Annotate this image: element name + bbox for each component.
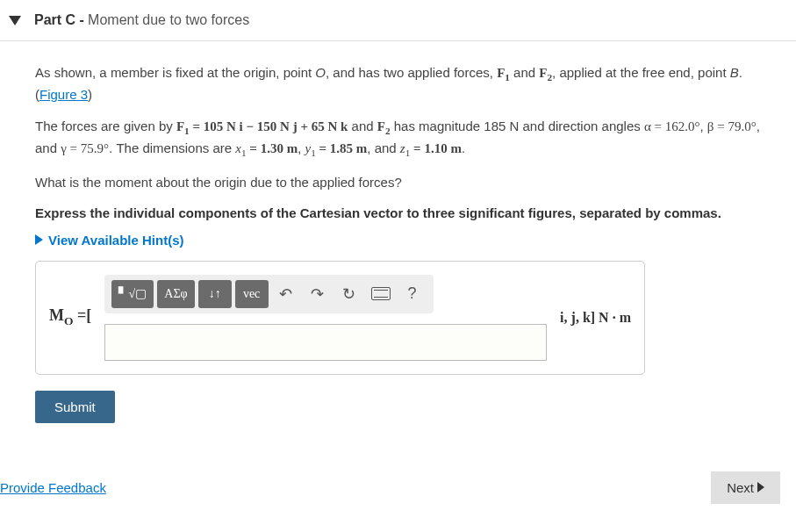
next-button[interactable]: Next bbox=[711, 471, 780, 504]
help-button[interactable]: ? bbox=[398, 280, 427, 308]
redo-button[interactable]: ↷ bbox=[304, 280, 332, 308]
hints-toggle[interactable]: View Available Hint(s) bbox=[35, 233, 761, 248]
part-label: Part C - Moment due to two forces bbox=[34, 12, 249, 28]
answer-input[interactable] bbox=[104, 324, 547, 361]
templates-button[interactable]: ▘√▢ bbox=[111, 280, 154, 308]
feedback-link[interactable]: Provide Feedback bbox=[0, 480, 106, 495]
keyboard-icon bbox=[371, 287, 391, 300]
footer: Provide Feedback Next bbox=[0, 471, 796, 504]
answer-label: MO =[ bbox=[49, 306, 91, 328]
problem-intro: As shown, a member is fixed at the origi… bbox=[35, 63, 761, 104]
scripts-button[interactable]: ↓↑ bbox=[198, 280, 232, 308]
input-toolbar: ▘√▢ ΑΣφ ↓↑ vec ↶ ↷ ↻ ? bbox=[104, 275, 433, 313]
answer-units: i, j, k] N · m bbox=[560, 310, 631, 326]
figure-link[interactable]: Figure 3 bbox=[39, 87, 88, 102]
vec-button[interactable]: vec bbox=[235, 280, 269, 308]
problem-forces: The forces are given by F1 = 105 N i − 1… bbox=[35, 117, 761, 161]
hints-label: View Available Hint(s) bbox=[48, 233, 184, 248]
problem-instruction: Express the individual components of the… bbox=[35, 205, 761, 220]
chevron-right-icon bbox=[757, 482, 764, 492]
chevron-right-icon bbox=[35, 234, 43, 245]
submit-button[interactable]: Submit bbox=[35, 391, 115, 423]
chevron-down-icon bbox=[9, 16, 21, 25]
keyboard-button[interactable] bbox=[367, 280, 395, 308]
problem-content: As shown, a member is fixed at the origi… bbox=[0, 41, 796, 436]
answer-box: MO =[ ▘√▢ ΑΣφ ↓↑ vec ↶ ↷ ↻ ? i, j, k] N … bbox=[35, 261, 645, 375]
undo-button[interactable]: ↶ bbox=[272, 280, 300, 308]
part-header[interactable]: Part C - Moment due to two forces bbox=[0, 0, 796, 41]
reset-button[interactable]: ↻ bbox=[335, 280, 363, 308]
symbols-button[interactable]: ΑΣφ bbox=[157, 280, 194, 308]
problem-question: What is the moment about the origin due … bbox=[35, 173, 761, 193]
